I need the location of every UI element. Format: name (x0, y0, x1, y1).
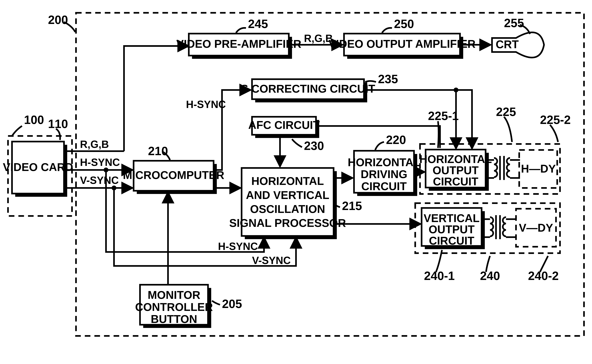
signal-vsync-2: V-SYNC (252, 254, 291, 266)
ref-100: 100 (24, 113, 44, 127)
ref-240-2: 240-2 (528, 269, 559, 283)
ref-235: 235 (378, 72, 398, 86)
microcomputer-block: MICROCOMPUTER (123, 161, 224, 194)
svg-text:HORIZONTAL: HORIZONTAL (348, 156, 420, 169)
s-correcting-block: S CORRECTING CIRCUIT (241, 79, 375, 103)
svg-text:HORIZONTAL: HORIZONTAL (251, 175, 324, 187)
svg-text:VIDEO CARD: VIDEO CARD (3, 161, 73, 173)
ref-245: 245 (248, 17, 268, 31)
monitor-button-block: MONITOR CONTROLLER BUTTON (135, 285, 213, 328)
svg-text:AFC CIRCUIT: AFC CIRCUIT (248, 119, 320, 131)
ref-240: 240 (480, 269, 500, 283)
svg-text:VIDEO PRE-AMPLIFIER: VIDEO PRE-AMPLIFIER (176, 38, 301, 50)
signal-vsync: V-SYNC (80, 175, 119, 186)
signal-hsync-2: H-SYNC (186, 98, 226, 110)
svg-text:OSCILLATION: OSCILLATION (250, 203, 325, 215)
svg-text:MICROCOMPUTER: MICROCOMPUTER (123, 169, 224, 181)
crt-block: CRT (492, 32, 544, 58)
out-amp-block: VIDEO OUTPUT AMPLIFIER (329, 33, 475, 59)
signal-hsync-3: H-SYNC (218, 240, 258, 252)
v-output-block: VERTICAL OUTPUT CIRCUIT (422, 208, 485, 249)
svg-text:CIRCUIT: CIRCUIT (433, 175, 478, 188)
svg-text:CONTROLLER: CONTROLLER (135, 301, 213, 313)
ref-230: 230 (304, 139, 324, 153)
ref-110: 110 (48, 117, 68, 131)
h-driving-block: HORIZONTAL DRIVING CIRCUIT (348, 151, 420, 196)
ref-220: 220 (386, 133, 406, 147)
hv-osc-block: HORIZONTAL AND VERTICAL OSCILLATION SIGN… (229, 168, 346, 239)
v-dy-label: V—DY (519, 221, 553, 234)
svg-text:HORIZONTAL: HORIZONTAL (419, 153, 492, 165)
svg-text:BUTTON: BUTTON (151, 313, 197, 325)
svg-text:DRIVING: DRIVING (361, 168, 407, 180)
svg-text:CIRCUIT: CIRCUIT (361, 180, 407, 192)
svg-text:MONITOR: MONITOR (148, 289, 200, 301)
ref-205: 205 (222, 297, 242, 311)
ref-240-1: 240-1 (424, 269, 455, 283)
h-transformer-icon (486, 156, 520, 180)
svg-text:OUTPUT: OUTPUT (429, 223, 475, 235)
svg-text:CIRCUIT: CIRCUIT (429, 234, 474, 247)
ref-225-2: 225-2 (540, 113, 571, 127)
video-card-block: VIDEO CARD (3, 142, 73, 197)
ref-250: 250 (394, 17, 414, 31)
svg-text:VIDEO OUTPUT AMPLIFIER: VIDEO OUTPUT AMPLIFIER (329, 38, 475, 50)
ref-225-1: 225-1 (428, 109, 459, 123)
ref-200: 200 (48, 13, 68, 26)
afc-block: AFC CIRCUIT (248, 117, 320, 138)
signal-rgb: R,G,B (80, 138, 109, 150)
svg-text:AND VERTICAL: AND VERTICAL (246, 189, 329, 201)
svg-text:S CORRECTING CIRCUIT: S CORRECTING CIRCUIT (241, 82, 375, 95)
svg-text:OUTPUT: OUTPUT (433, 164, 479, 176)
svg-text:CRT: CRT (496, 38, 519, 51)
ref-210: 210 (148, 144, 168, 158)
v-transformer-icon (482, 215, 516, 239)
svg-text:VERTICAL: VERTICAL (424, 212, 480, 224)
signal-hsync: H-SYNC (80, 156, 120, 168)
pre-amp-block: VIDEO PRE-AMPLIFIER (176, 33, 301, 59)
h-dy-label: H—DY (521, 162, 556, 175)
ref-215: 215 (342, 199, 362, 213)
svg-point-24 (454, 88, 458, 92)
ref-225: 225 (496, 105, 516, 119)
ref-255: 255 (504, 16, 524, 30)
h-output-block: HORIZONTAL OUTPUT CIRCUIT (419, 150, 492, 191)
diagram-canvas: 200 100 110 VIDEO CARD R,G,B H-SYNC V-SY… (0, 0, 592, 352)
svg-text:SIGNAL PROCESSOR: SIGNAL PROCESSOR (229, 217, 346, 229)
